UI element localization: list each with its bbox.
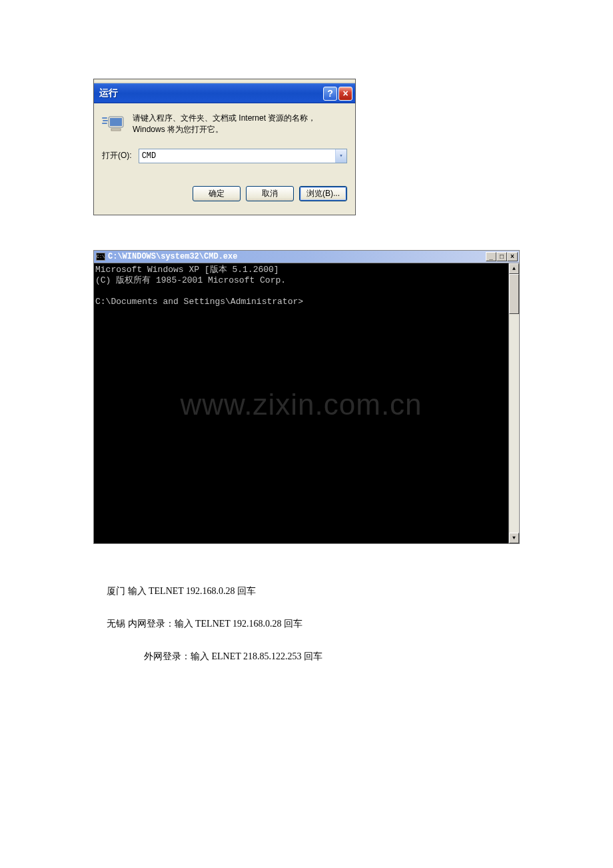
- cmd-title: C:\WINDOWS\system32\CMD.exe: [108, 252, 486, 261]
- cmd-icon: C:\: [96, 253, 105, 261]
- run-titlebar[interactable]: 运行 ? ×: [94, 83, 355, 103]
- watermark: www.zixin.com.cn: [180, 399, 422, 409]
- run-description: 请键入程序、文件夹、文档或 Internet 资源的名称，Windows 将为您…: [133, 113, 347, 135]
- scroll-down-button[interactable]: ▼: [509, 533, 519, 543]
- minimize-icon: _: [489, 253, 493, 260]
- svg-rect-1: [110, 118, 122, 126]
- close-button[interactable]: ×: [338, 87, 352, 101]
- cmd-titlebar[interactable]: C:\ C:\WINDOWS\system32\CMD.exe _ □ ×: [94, 251, 519, 263]
- open-label: 打开(O):: [102, 150, 132, 161]
- svg-rect-2: [111, 129, 121, 131]
- cmd-line: (C) 版权所有 1985-2001 Microsoft Corp.: [95, 275, 286, 285]
- scrollbar[interactable]: ▲ ▼: [508, 263, 519, 543]
- scroll-up-button[interactable]: ▲: [509, 263, 519, 274]
- cancel-button[interactable]: 取消: [246, 186, 294, 201]
- close-icon: ×: [510, 253, 514, 260]
- minimize-button[interactable]: _: [486, 252, 496, 261]
- document-page: 运行 ? × 请键入程序、文件夹、文档或 Internet 资源的名称，Wind…: [0, 0, 613, 663]
- maximize-button[interactable]: □: [496, 252, 507, 261]
- cmd-window: C:\ C:\WINDOWS\system32\CMD.exe _ □ × Mi…: [93, 250, 520, 544]
- open-combobox[interactable]: CMD ▾: [139, 149, 347, 163]
- cmd-prompt: C:\Documents and Settings\Administrator>: [95, 297, 303, 307]
- run-icon: [102, 113, 125, 133]
- chevron-down-icon[interactable]: ▾: [335, 149, 346, 163]
- instructions: 厦门 输入 TELNET 192.168.0.28 回车 无锡 内网登录：输入 …: [107, 584, 520, 663]
- close-icon: ×: [342, 88, 348, 99]
- help-button[interactable]: ?: [323, 87, 337, 101]
- scroll-thumb[interactable]: [509, 274, 519, 314]
- chevron-down-icon: ▼: [512, 535, 516, 541]
- run-title: 运行: [99, 87, 322, 99]
- open-input-value[interactable]: CMD: [139, 151, 335, 161]
- run-dialog: 运行 ? × 请键入程序、文件夹、文档或 Internet 资源的名称，Wind…: [93, 79, 356, 215]
- instruction-line: 厦门 输入 TELNET 192.168.0.28 回车: [107, 584, 520, 598]
- scroll-track[interactable]: [509, 274, 519, 533]
- ok-button[interactable]: 确定: [193, 186, 241, 201]
- help-icon: ?: [327, 88, 333, 99]
- run-body: 请键入程序、文件夹、文档或 Internet 资源的名称，Windows 将为您…: [94, 103, 355, 215]
- maximize-icon: □: [500, 253, 504, 260]
- chevron-up-icon: ▲: [512, 265, 516, 271]
- instruction-line: 外网登录：输入 ELNET 218.85.122.253 回车: [107, 649, 520, 663]
- cmd-line: Microsoft Windows XP [版本 5.1.2600]: [95, 265, 279, 275]
- instruction-line: 无锡 内网登录：输入 TELNET 192.168.0.28 回车: [107, 617, 520, 631]
- close-button[interactable]: ×: [507, 252, 518, 261]
- browse-button[interactable]: 浏览(B)...: [299, 186, 347, 201]
- cmd-terminal[interactable]: Microsoft Windows XP [版本 5.1.2600] (C) 版…: [94, 263, 508, 543]
